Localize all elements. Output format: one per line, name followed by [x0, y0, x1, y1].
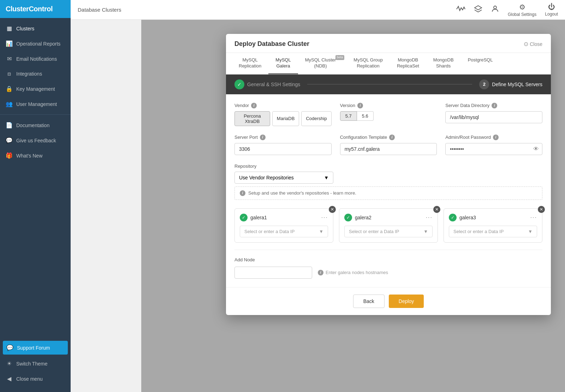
clusters-icon: ▦ — [6, 25, 13, 32]
server-card-galera3-header: ✓ galera3 ··· — [449, 214, 537, 221]
sidebar-item-clusters-label: Clusters — [16, 26, 34, 31]
sidebar-item-documentation-label: Documentation — [16, 123, 49, 128]
sidebar-item-key-management[interactable]: 🔒 Key Management — [0, 81, 71, 96]
tab-mysql-group-replication[interactable]: MySQL GroupReplication — [346, 53, 390, 74]
logout-action[interactable]: ⏻ Logout — [545, 3, 558, 17]
server-port-input[interactable] — [234, 143, 332, 155]
server-data-dir-group: Server Data Directory i — [445, 103, 542, 126]
admin-password-label: Admin/Root Password i — [445, 135, 542, 140]
data-ip-galera3[interactable]: Select or enter a Data IP ▼ — [449, 226, 537, 237]
server-close-galera3[interactable]: ✕ — [538, 206, 545, 213]
add-node-input[interactable] — [234, 267, 312, 279]
switch-theme-icon: ☀ — [6, 360, 13, 367]
server-name-row-galera1: ✓ galera1 — [240, 214, 267, 221]
repository-info: i Setup and use the vendor's repositorie… — [234, 186, 542, 200]
version-btn-56[interactable]: 5.6 — [357, 111, 374, 121]
tab-mysql-replication[interactable]: MySQLReplication — [232, 53, 268, 74]
layers-icon[interactable] — [474, 5, 482, 15]
server-check-galera3: ✓ — [449, 214, 457, 221]
sidebar-item-close-menu[interactable]: ◀ Close menu — [0, 371, 71, 386]
sidebar-item-clusters[interactable]: ▦ Clusters — [0, 21, 71, 36]
config-template-input[interactable] — [340, 143, 437, 155]
server-port-info-icon[interactable]: i — [260, 135, 266, 140]
sidebar-item-email-notifications[interactable]: ✉ Email Notifications — [0, 51, 71, 66]
sidebar-item-key-management-label: Key Management — [16, 86, 55, 92]
vendor-btn-codership[interactable]: Codership — [301, 111, 331, 126]
server-menu-galera3[interactable]: ··· — [530, 214, 537, 221]
sidebar-item-switch-theme[interactable]: ☀ Switch Theme — [0, 356, 71, 371]
modal-overlay: Deploy Database Cluster ⊙ Close MySQLRep… — [141, 20, 565, 392]
server-close-galera1[interactable]: ✕ — [329, 206, 336, 213]
add-node-label: Add Node — [234, 257, 542, 262]
vendor-btn-percona[interactable]: Percona XtraDB — [234, 111, 270, 126]
activity-icon[interactable] — [456, 5, 465, 15]
back-button[interactable]: Back — [353, 295, 385, 308]
servers-row: ✕ ✓ galera1 ··· Select or enter a Data I… — [234, 208, 542, 243]
user-icon[interactable] — [491, 5, 499, 15]
tab-mysql-cluster-ndb[interactable]: MySQL Cluster(NDB) beta — [298, 53, 347, 74]
sidebar-item-integrations[interactable]: ⧈ Integrations — [0, 66, 71, 81]
vendor-info-icon[interactable]: i — [251, 103, 257, 108]
app-logo[interactable]: ClusterControl — [0, 0, 71, 18]
repository-select[interactable]: Use Vendor Repositories ▼ — [234, 172, 333, 184]
tab-mysql-galera[interactable]: MySQLGalera — [268, 53, 298, 74]
vendor-btn-mariadb[interactable]: MariaDB — [272, 111, 299, 126]
sidebar-item-whats-new[interactable]: 🎁 What's New — [0, 148, 71, 163]
deploy-button[interactable]: Deploy — [389, 295, 424, 308]
version-info-icon[interactable]: i — [357, 103, 363, 108]
server-menu-galera2[interactable]: ··· — [426, 214, 433, 221]
vendor-group: Vendor i Percona XtraDB MariaDB Codershi… — [234, 103, 332, 126]
server-check-galera2: ✓ — [344, 214, 352, 221]
tab-mongodb-replicaset[interactable]: MongoDBReplicaSet — [390, 53, 426, 74]
admin-password-wrapper: 👁 — [445, 143, 542, 155]
server-card-galera1: ✕ ✓ galera1 ··· Select or enter a Data I… — [234, 208, 333, 243]
deploy-modal: Deploy Database Cluster ⊙ Close MySQLRep… — [226, 34, 551, 315]
sidebar-item-support-forum[interactable]: 💬 Support Forum — [3, 341, 68, 355]
step-2: 2 Define MySQL Servers — [479, 79, 542, 89]
config-template-label: Configuration Template i — [340, 135, 437, 140]
sidebar-nav: ▦ Clusters 📊 Operational Reports ✉ Email… — [0, 18, 71, 339]
tab-postgresql[interactable]: PostgreSQL — [461, 53, 500, 74]
data-ip-galera2[interactable]: Select or enter a Data IP ▼ — [344, 226, 433, 237]
server-close-galera2[interactable]: ✕ — [433, 206, 440, 213]
add-node-info-icon: i — [318, 270, 323, 275]
server-card-galera2: ✕ ✓ galera2 ··· Select or enter a Data I… — [339, 208, 438, 243]
data-ip-galera1[interactable]: Select or enter a Data IP ▼ — [240, 226, 328, 237]
admin-password-input[interactable] — [445, 143, 542, 155]
sidebar-item-operational-reports[interactable]: 📊 Operational Reports — [0, 36, 71, 51]
step-1-check: ✓ — [234, 79, 244, 89]
tab-mongodb-shards[interactable]: MongoDBShards — [426, 53, 461, 74]
server-data-dir-input[interactable] — [445, 111, 542, 123]
version-btn-57[interactable]: 5.7 — [340, 111, 357, 121]
beta-badge: beta — [335, 55, 345, 60]
modal-footer: Back Deploy — [226, 287, 551, 315]
server-name-row-galera2: ✓ galera2 — [344, 214, 371, 221]
sidebar-item-operational-reports-label: Operational Reports — [16, 41, 60, 47]
server-port-label: Server Port i — [234, 135, 332, 140]
modal-close-button[interactable]: ⊙ Close — [524, 41, 542, 47]
server-card-galera3: ✕ ✓ galera3 ··· Select or enter a Data I… — [444, 208, 542, 243]
global-settings-action[interactable]: ⚙ Global Settings — [508, 3, 536, 17]
server-name-galera2: galera2 — [355, 215, 371, 220]
admin-password-info-icon[interactable]: i — [493, 135, 499, 140]
data-ip-placeholder-galera1: Select or enter a Data IP — [244, 229, 295, 234]
server-data-dir-info-icon[interactable]: i — [492, 103, 497, 108]
server-card-galera2-header: ✓ galera2 ··· — [344, 214, 433, 221]
server-port-group: Server Port i — [234, 135, 332, 155]
data-ip-placeholder-galera3: Select or enter a Data IP — [453, 229, 504, 234]
sidebar-item-documentation[interactable]: 📄 Documentation — [0, 118, 71, 133]
settings-icon: ⚙ — [519, 3, 525, 11]
step-2-label: Define MySQL Servers — [492, 82, 542, 87]
sidebar-item-feedback-label: Give us Feedback — [16, 138, 56, 143]
close-menu-label: Close menu — [16, 376, 43, 382]
password-toggle-icon[interactable]: 👁 — [533, 146, 539, 152]
server-name-galera3: galera3 — [459, 215, 476, 220]
step-2-number: 2 — [479, 79, 489, 89]
sidebar-item-feedback[interactable]: 💬 Give us Feedback — [0, 133, 71, 148]
sidebar-item-user-management-label: User Management — [16, 101, 57, 107]
sidebar-item-user-management[interactable]: 👥 User Management — [0, 96, 71, 112]
config-template-info-icon[interactable]: i — [389, 135, 395, 140]
integrations-icon: ⧈ — [6, 71, 13, 77]
server-menu-galera1[interactable]: ··· — [321, 214, 328, 221]
sidebar-item-integrations-label: Integrations — [16, 71, 42, 77]
